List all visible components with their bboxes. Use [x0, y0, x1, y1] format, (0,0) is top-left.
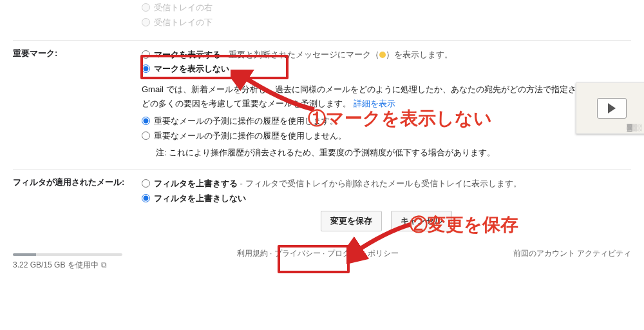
use-history-radio[interactable]	[142, 117, 150, 125]
inbox-layout-right-label: 受信トレイの右	[154, 1, 213, 15]
account-activity[interactable]: 前回のアカウント アクティビティ	[513, 248, 631, 259]
filter-section-label: フィルタが適用されたメール:	[13, 176, 142, 188]
history-note: 注: これにより操作履歴が消去されるため、重要度の予測精度が低下する場合がありま…	[156, 146, 631, 160]
hide-marker-label: マークを表示しない	[154, 63, 229, 76]
show-marker-label: マークを表示する	[154, 50, 221, 59]
show-marker-desc1: - 重要と判断されたメッセージにマーク（	[221, 50, 379, 59]
inbox-layout-below-label: 受信トレイの下	[154, 16, 213, 30]
play-icon	[597, 98, 627, 119]
save-button[interactable]: 変更を保存	[321, 211, 382, 231]
show-marker-radio[interactable]	[142, 50, 150, 59]
inbox-layout-below-radio	[142, 18, 150, 26]
tutorial-video-thumbnail[interactable]: ▓▒░	[576, 82, 644, 134]
cancel-button[interactable]: キャンセル	[391, 211, 452, 231]
details-link[interactable]: 詳細を表示	[354, 99, 395, 108]
filter-no-override-label: フィルタを上書きしない	[154, 192, 246, 206]
storage-text: 3.22 GB/15 GB を使用中	[13, 260, 99, 269]
filter-override-radio[interactable]	[142, 179, 150, 188]
no-history-radio[interactable]	[142, 131, 150, 140]
show-marker-desc2: ）を表示します。	[386, 50, 453, 59]
no-history-label: 重要なメールの予測に操作の履歴を使用しません。	[154, 130, 346, 143]
hide-marker-radio[interactable]	[142, 64, 150, 73]
filter-no-override-radio[interactable]	[142, 194, 150, 202]
important-section-label: 重要マーク:	[13, 47, 142, 59]
filter-override-desc: - フィルタで受信トレイから削除されたメールも受信トレイに表示します。	[238, 179, 522, 188]
storage-bar	[13, 253, 122, 256]
important-marker-icon	[379, 52, 386, 58]
open-in-new-icon: ⧉	[101, 260, 107, 269]
inbox-layout-right-radio	[142, 3, 150, 12]
footer-links[interactable]: 利用規約 · プライバシー · プログラム ポリシー	[122, 248, 513, 259]
use-history-label: 重要なメールの予測に操作の履歴を使用します。	[154, 115, 338, 128]
filter-override-label: フィルタを上書きする	[154, 179, 238, 188]
